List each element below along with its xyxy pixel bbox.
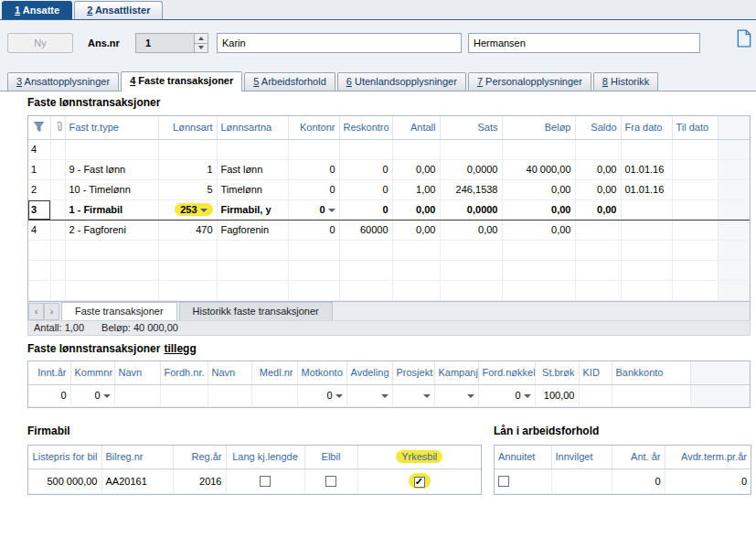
grid-cell-empty[interactable] bbox=[158, 240, 217, 260]
cell-kontonr[interactable]: 0 bbox=[288, 220, 339, 240]
col-avdr-term-pr-ar[interactable]: Avdr.term.pr.år bbox=[665, 446, 751, 468]
row-number[interactable] bbox=[28, 260, 50, 280]
grid-cell-empty[interactable] bbox=[575, 260, 621, 280]
grid-cell-empty[interactable] bbox=[65, 260, 158, 280]
col-elbil[interactable]: Elbil bbox=[304, 446, 357, 468]
grid-cell-empty[interactable] bbox=[440, 139, 502, 159]
grid-cell-empty[interactable] bbox=[502, 139, 575, 159]
cell-kampanj[interactable] bbox=[434, 384, 478, 406]
lang-kj-lengde-checkbox[interactable] bbox=[260, 476, 271, 487]
grid-cell-empty[interactable] bbox=[621, 260, 672, 280]
col-til-dato[interactable]: Til dato bbox=[672, 116, 718, 139]
col-lonnsartnavn[interactable]: Lønnsartna bbox=[217, 116, 288, 139]
row-number[interactable]: 2 bbox=[28, 179, 50, 199]
cell-reskontro[interactable]: 0 bbox=[339, 199, 392, 220]
col-bankkonto[interactable]: Bankkonto bbox=[612, 361, 690, 384]
dropdown-icon[interactable] bbox=[381, 393, 389, 399]
cell-attachment[interactable] bbox=[50, 179, 65, 199]
cell-reskontro[interactable]: 0 bbox=[339, 159, 392, 179]
grid-cell-empty[interactable] bbox=[288, 139, 339, 159]
grid-cell-empty[interactable] bbox=[217, 139, 288, 159]
col-avdeling[interactable]: Avdeling bbox=[346, 361, 392, 384]
col-ant-ar[interactable]: Ant. år bbox=[612, 446, 665, 468]
cell-ford-nokkel[interactable]: 0 bbox=[478, 384, 535, 406]
grid-cell-empty[interactable] bbox=[672, 280, 718, 300]
dropdown-icon[interactable] bbox=[524, 393, 531, 399]
paperclip-icon[interactable] bbox=[50, 116, 65, 139]
tab-utenlandsopplysninger[interactable]: 6 Utenlandsopplysninger bbox=[337, 72, 466, 91]
cell-fast-tr-type[interactable]: 10 - Timelønn bbox=[65, 179, 158, 199]
col-st-brok[interactable]: St.brøk bbox=[535, 361, 579, 384]
cell-fra-dato[interactable] bbox=[621, 220, 672, 240]
cell-bankkonto[interactable] bbox=[612, 384, 690, 406]
cell-avdr-term-pr-ar[interactable]: 0 bbox=[665, 468, 751, 493]
cell-sats[interactable]: 246,1538 bbox=[440, 179, 502, 199]
cell-lonnsartnavn[interactable]: Fagforenin bbox=[217, 220, 288, 240]
grid-cell-empty[interactable] bbox=[392, 260, 440, 280]
col-lang-kj-lengde[interactable]: Lang kj.lengde bbox=[226, 446, 304, 468]
col-navn-2[interactable]: Navn bbox=[208, 361, 251, 384]
grid-cell-empty[interactable] bbox=[288, 260, 339, 280]
grid-cell-empty[interactable] bbox=[339, 240, 392, 260]
row-number[interactable]: 4 bbox=[28, 220, 50, 240]
cell-prosjekt[interactable] bbox=[392, 384, 434, 406]
grid-cell-empty[interactable] bbox=[502, 260, 575, 280]
grid-cell-empty[interactable] bbox=[392, 280, 440, 300]
col-yrkesbil[interactable]: Yrkesbil bbox=[357, 446, 481, 468]
cell-sats[interactable]: 0,00 bbox=[440, 220, 502, 240]
tab-arbeidsforhold[interactable]: 5 Arbeidsforhold bbox=[244, 72, 335, 91]
cell-innvilget[interactable] bbox=[551, 468, 612, 493]
cell-avdeling[interactable] bbox=[346, 384, 392, 406]
cell-reskontro[interactable]: 0 bbox=[339, 179, 392, 199]
cell-attachment[interactable] bbox=[50, 220, 65, 240]
dropdown-icon[interactable] bbox=[328, 208, 335, 213]
row-number[interactable]: 1 bbox=[28, 159, 50, 179]
cell-lonnsart[interactable]: 253 bbox=[158, 199, 217, 220]
cell-antall[interactable]: 0,00 bbox=[392, 199, 440, 220]
cell-lonnsart[interactable]: 470 bbox=[158, 220, 217, 240]
col-reg-ar[interactable]: Reg.år bbox=[173, 446, 226, 468]
grid-cell-empty[interactable] bbox=[440, 280, 502, 300]
cell-innt-ar[interactable]: 0 bbox=[28, 384, 70, 406]
cell-belop[interactable]: 0,00 bbox=[502, 220, 575, 240]
cell-kontonr[interactable]: 0 bbox=[288, 159, 339, 179]
col-sats[interactable]: Sats bbox=[440, 116, 502, 139]
grid-cell-empty[interactable] bbox=[672, 260, 718, 280]
tab-ansattopplysninger[interactable]: 3 Ansattopplysninger bbox=[7, 72, 119, 91]
grid-cell-empty[interactable] bbox=[575, 139, 621, 159]
grid-cell-empty[interactable] bbox=[339, 260, 392, 280]
col-bilreg-nr[interactable]: Bilreg.nr bbox=[101, 446, 173, 468]
cell-til-dato[interactable] bbox=[672, 179, 718, 199]
tab-scroll-left[interactable]: ‹ bbox=[28, 303, 44, 320]
cell-sats[interactable]: 0,0000 bbox=[440, 199, 502, 220]
col-prosjekt[interactable]: Prosjekt bbox=[392, 361, 434, 384]
new-button[interactable]: Ny bbox=[7, 33, 73, 53]
grid-cell-empty[interactable] bbox=[339, 139, 392, 159]
col-belop[interactable]: Beløp bbox=[502, 116, 575, 139]
dropdown-icon[interactable] bbox=[423, 393, 431, 399]
col-motkonto[interactable]: Motkonto bbox=[297, 361, 346, 384]
first-name-field[interactable] bbox=[217, 33, 462, 53]
col-fra-dato[interactable]: Fra dato bbox=[621, 116, 672, 139]
grid-cell-empty[interactable] bbox=[672, 240, 718, 260]
cell-til-dato[interactable] bbox=[672, 159, 718, 179]
grid-cell-empty[interactable] bbox=[50, 260, 65, 280]
grid-cell-empty[interactable] bbox=[158, 139, 217, 159]
cell-navn-2[interactable] bbox=[208, 384, 251, 406]
cell-belop[interactable]: 0,00 bbox=[502, 199, 575, 220]
yrkesbil-checkbox[interactable] bbox=[414, 477, 425, 488]
cell-fast-tr-type[interactable]: 1 - Firmabil bbox=[65, 199, 158, 220]
cell-ant-ar[interactable]: 0 bbox=[612, 468, 665, 493]
dropdown-icon[interactable] bbox=[467, 393, 474, 399]
grid-cell-empty[interactable] bbox=[288, 240, 339, 260]
spin-up-icon[interactable] bbox=[195, 34, 208, 44]
grid-cell-empty[interactable] bbox=[50, 280, 65, 300]
grid-cell-empty[interactable] bbox=[672, 139, 718, 159]
grid-cell-empty[interactable] bbox=[65, 139, 158, 159]
annuitet-checkbox[interactable] bbox=[498, 476, 509, 487]
tab-scroll-right[interactable]: › bbox=[44, 303, 59, 320]
cell-fra-dato[interactable]: 01.01.16 bbox=[621, 179, 672, 199]
grid-cell-empty[interactable] bbox=[440, 260, 502, 280]
cell-til-dato[interactable] bbox=[672, 220, 718, 240]
grid-cell-empty[interactable] bbox=[392, 240, 440, 260]
